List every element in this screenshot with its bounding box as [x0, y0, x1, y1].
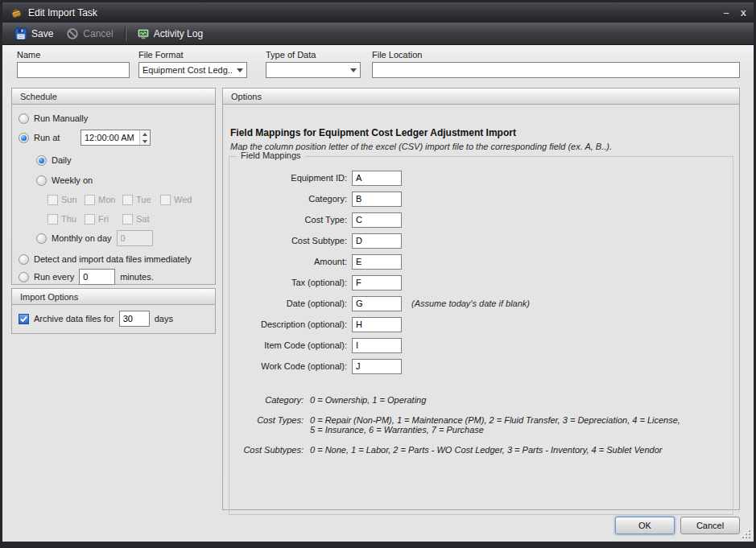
weekly-on-radio[interactable] — [36, 175, 47, 186]
run-every-option[interactable]: Run every minutes. — [19, 270, 154, 283]
file-format-combo[interactable]: Equipment Cost Ledg... — [138, 62, 247, 78]
date-input[interactable] — [352, 296, 402, 311]
fri-label: Fri — [98, 214, 109, 224]
equipment-id-input[interactable] — [352, 171, 402, 186]
sun-checkbox — [48, 195, 58, 205]
type-of-data-combo[interactable] — [266, 62, 361, 78]
field-mappings-heading: Field Mappings for Equipment Cost Ledger… — [230, 127, 516, 138]
day-sun: Sun — [48, 195, 85, 205]
archive-label: Archive data files for — [34, 314, 114, 323]
file-format-field-group: File Format Equipment Cost Ledg... — [138, 50, 247, 78]
file-format-value: Equipment Cost Ledg... — [143, 65, 233, 75]
activity-log-button[interactable]: Activity Log — [130, 25, 209, 43]
import-options-group: Import Options Archive data files for da… — [11, 288, 216, 334]
type-of-data-field-group: Type of Data — [266, 50, 361, 78]
mapping-label: Item Code (optional): — [229, 340, 347, 350]
cost-type-input[interactable] — [352, 212, 402, 228]
day-tue: Tue — [122, 195, 160, 205]
amount-input[interactable] — [352, 254, 402, 270]
cancel-toolbar-button: Cancel — [60, 25, 119, 43]
fri-checkbox — [85, 214, 95, 225]
wed-label: Wed — [174, 195, 192, 204]
name-input[interactable] — [17, 62, 130, 78]
archive-option[interactable]: Archive data files for days — [19, 312, 173, 325]
day-fri: Fri — [85, 214, 122, 225]
cancel-button[interactable]: Cancel — [680, 517, 740, 534]
monthly-on-day-label: Monthly on day — [52, 233, 112, 243]
day-wed: Wed — [160, 195, 198, 205]
resize-grip[interactable] — [742, 529, 751, 539]
tue-label: Tue — [136, 195, 151, 204]
run-manually-option[interactable]: Run Manually — [19, 112, 88, 125]
mapping-label: Category: — [229, 194, 347, 204]
mapping-row-description: Description (optional): — [229, 316, 733, 332]
tax-input[interactable] — [352, 275, 402, 290]
mapping-row-cost-type: Cost Type: — [229, 212, 733, 228]
daily-option[interactable]: Daily — [36, 154, 71, 167]
sat-label: Sat — [136, 214, 150, 224]
mapping-row-work-code: Work Code (optional): — [229, 358, 733, 374]
time-spin-down-icon[interactable] — [140, 138, 150, 145]
run-every-radio[interactable] — [19, 272, 29, 282]
daily-radio[interactable] — [36, 155, 47, 166]
day-thu: Thu — [48, 214, 85, 225]
mon-label: Mon — [98, 195, 115, 204]
app-icon — [10, 6, 23, 19]
field-mappings-fieldset: Field Mappings Equipment ID: Category: — [229, 156, 733, 515]
detect-option[interactable]: Detect and import data files immediately — [19, 253, 192, 266]
import-options-title: Import Options — [20, 292, 78, 302]
file-location-input[interactable] — [372, 62, 740, 78]
archive-days-label: days — [155, 314, 173, 323]
mapping-label: Date (optional): — [229, 299, 347, 308]
run-at-option[interactable]: Run at — [19, 131, 60, 144]
run-at-time-field[interactable]: 12:00:00 AM — [81, 130, 151, 146]
day-sat: Sat — [122, 214, 160, 225]
date-blank-note: (Assume today's date if blank) — [407, 299, 733, 308]
mapping-row-tax: Tax (optional): — [229, 274, 733, 290]
save-button[interactable]: Save — [8, 25, 60, 43]
cost-types-note: Cost Types: 0 = Repair (Non-PM), 1 = Mai… — [234, 415, 728, 435]
detect-radio[interactable] — [19, 254, 29, 265]
item-code-input[interactable] — [352, 338, 402, 353]
archive-days-input[interactable] — [119, 311, 150, 327]
run-at-radio[interactable] — [19, 133, 29, 143]
minimize-icon[interactable]: – — [724, 7, 729, 18]
cancel-toolbar-label: Cancel — [83, 28, 113, 39]
minutes-label: minutes. — [120, 272, 154, 282]
field-mappings-legend: Field Mappings — [237, 150, 305, 160]
file-location-field-group: File Location — [372, 50, 740, 78]
category-input[interactable] — [352, 192, 402, 207]
schedule-group: Schedule Run Manually Run at 12:00:00 AM — [11, 88, 216, 285]
activity-log-label: Activity Log — [154, 28, 203, 39]
run-every-label: Run every — [34, 272, 74, 282]
options-title: Options — [231, 92, 262, 101]
run-manually-radio[interactable] — [19, 113, 29, 124]
toolbar-separator — [125, 27, 126, 41]
description-input[interactable] — [352, 317, 402, 332]
mapping-label: Cost Type: — [229, 215, 347, 225]
monthly-on-day-option[interactable]: Monthly on day — [36, 232, 153, 245]
wed-checkbox — [160, 195, 171, 205]
ok-button[interactable]: OK — [615, 517, 675, 534]
run-every-input[interactable] — [79, 269, 115, 285]
schedule-title: Schedule — [20, 92, 57, 101]
archive-checkbox[interactable] — [19, 314, 29, 324]
time-spin-up-icon[interactable] — [140, 130, 150, 138]
cost-subtype-input[interactable] — [352, 233, 402, 249]
monthly-on-day-radio[interactable] — [36, 233, 47, 244]
weekly-on-option[interactable]: Weekly on — [36, 174, 93, 187]
name-field-group: Name — [17, 50, 130, 78]
weekday-row-2: Thu Fri Sat — [48, 212, 160, 225]
chevron-down-icon[interactable] — [237, 68, 243, 72]
run-manually-label: Run Manually — [34, 113, 88, 123]
close-icon[interactable]: x — [741, 7, 746, 18]
work-code-input[interactable] — [352, 359, 402, 374]
options-header: Options — [223, 89, 739, 105]
run-at-label: Run at — [34, 133, 60, 142]
cost-subtypes-note-label: Cost Subtypes: — [234, 445, 304, 455]
cost-subtypes-note-text: 0 = None, 1 = Labor, 2 = Parts - WO Cost… — [310, 445, 728, 455]
category-note: Category: 0 = Ownership, 1 = Operating — [234, 395, 728, 405]
thu-checkbox — [48, 214, 58, 225]
mon-checkbox — [85, 195, 95, 205]
chevron-down-icon[interactable] — [350, 68, 357, 72]
